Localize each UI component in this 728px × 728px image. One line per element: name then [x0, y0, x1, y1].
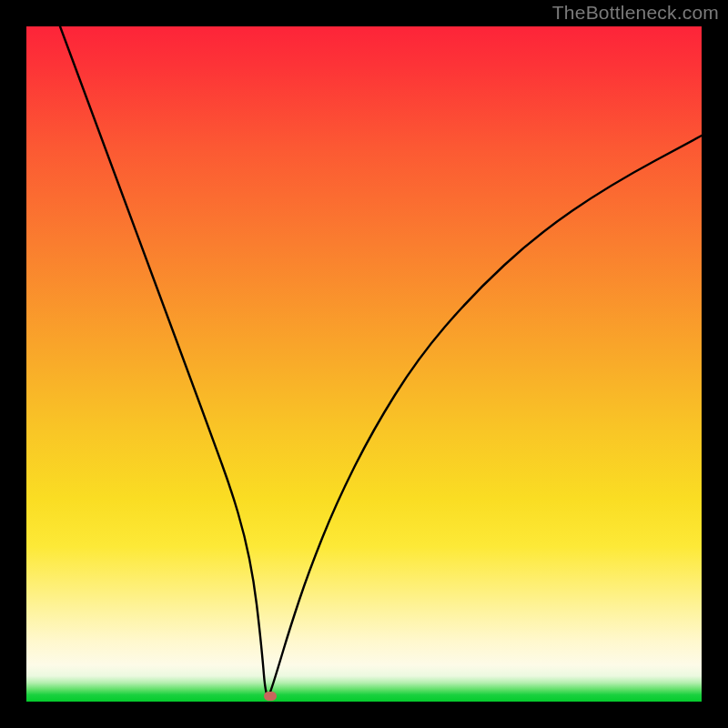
min-marker — [264, 692, 277, 701]
plot-area — [26, 26, 702, 702]
watermark-text: TheBottleneck.com — [552, 2, 719, 24]
bottleneck-curve-path — [60, 26, 702, 696]
chart-frame: TheBottleneck.com — [0, 0, 728, 728]
curve-svg — [26, 26, 702, 702]
